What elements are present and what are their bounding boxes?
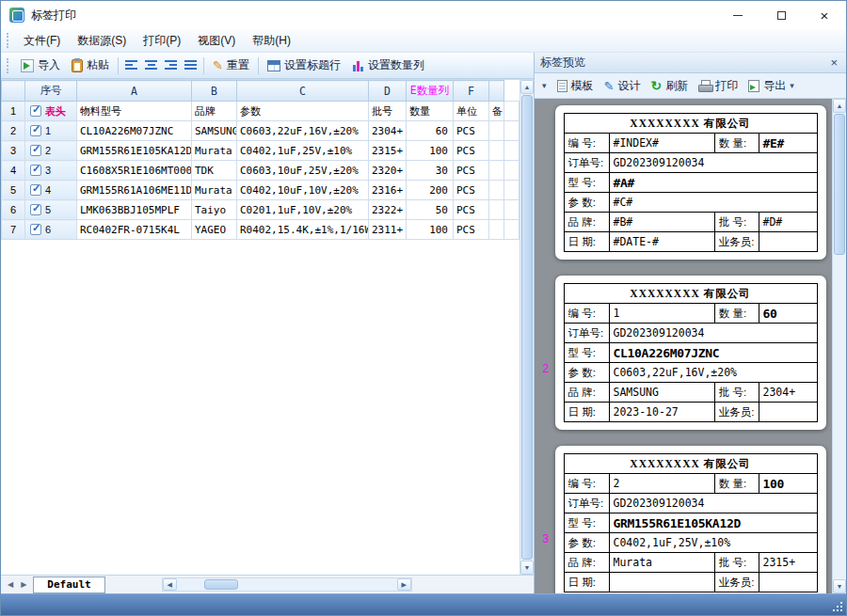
grid-cell[interactable]: 50: [407, 200, 454, 220]
sheet-nav-prev-icon[interactable]: ◀: [5, 578, 16, 591]
refresh-button[interactable]: ↻ 刷新: [646, 75, 693, 97]
grid-cell[interactable]: 数量: [407, 102, 454, 121]
preview-close-icon[interactable]: ×: [827, 56, 840, 69]
row-checkbox-icon[interactable]: [30, 224, 41, 235]
export-button[interactable]: 导出 ▾: [743, 75, 799, 97]
preview-overflow-button[interactable]: ▾: [537, 79, 551, 93]
row-checkbox-icon[interactable]: [30, 204, 41, 215]
resize-grip[interactable]: [832, 601, 843, 612]
label-card[interactable]: XXXXXXXX 有限公司编 号:#INDEX#数 量:#E#订单号:GD202…: [555, 105, 826, 260]
scroll-up-icon[interactable]: ▲: [520, 80, 534, 94]
row-checkbox-icon[interactable]: [30, 145, 41, 156]
grid-cell[interactable]: 物料型号: [77, 102, 192, 121]
row-number[interactable]: 1: [2, 102, 25, 121]
menubar-grip[interactable]: [7, 33, 10, 48]
set-qty-col-button[interactable]: 设置数量列: [346, 55, 430, 76]
grid-cell[interactable]: Murata: [192, 181, 237, 200]
grid-cell[interactable]: RC0402FR-0715K4L: [77, 220, 192, 240]
col-header-f[interactable]: F: [454, 81, 489, 102]
grid-cell[interactable]: PCS: [454, 161, 489, 181]
grid-cell[interactable]: 60: [407, 121, 454, 141]
scroll-down-icon[interactable]: ▼: [520, 561, 534, 575]
row-number[interactable]: 7: [2, 220, 25, 240]
grid-cell[interactable]: C0402,10uF,10V,±20%: [237, 181, 369, 200]
scroll-right-icon[interactable]: ▶: [397, 578, 411, 591]
grid-cell[interactable]: PCS: [454, 181, 489, 200]
grid-cell[interactable]: 2322+: [369, 200, 407, 220]
menu-file[interactable]: 文件(F): [15, 30, 69, 52]
h-scroll-thumb[interactable]: [204, 579, 238, 590]
grid-cell[interactable]: C1608X5R1E106MT000E: [77, 161, 192, 181]
paste-button[interactable]: 粘贴: [66, 55, 115, 76]
row-checkbox-icon[interactable]: [30, 165, 41, 176]
col-header-g[interactable]: [489, 81, 504, 102]
label-card[interactable]: XXXXXXXX 有限公司编 号:2数 量:100订单号:GD202309120…: [555, 446, 826, 593]
col-header-seq[interactable]: 序号: [25, 81, 77, 102]
row-select-cell[interactable]: 4: [25, 181, 77, 200]
preview-scroll-track[interactable]: [834, 114, 845, 578]
row-number[interactable]: 6: [2, 200, 25, 220]
align-justify-button[interactable]: [181, 57, 200, 73]
col-header-e-qty[interactable]: E数量列: [407, 81, 454, 102]
row-select-cell[interactable]: 6: [25, 220, 77, 240]
col-header-c[interactable]: C: [237, 81, 369, 102]
grid-cell[interactable]: [489, 141, 504, 161]
menu-help[interactable]: 帮助(H): [244, 30, 299, 52]
close-button[interactable]: ×: [803, 1, 846, 29]
grid-cell[interactable]: PCS: [454, 200, 489, 220]
menu-view[interactable]: 视图(V): [189, 30, 244, 52]
maximize-button[interactable]: [759, 1, 803, 29]
col-header-d[interactable]: D: [369, 81, 407, 102]
grid-cell[interactable]: C0201,1uF,10V,±20%: [237, 200, 369, 220]
import-button[interactable]: 导入: [15, 55, 66, 76]
grid-cell[interactable]: Murata: [192, 141, 237, 161]
minimize-button[interactable]: [716, 1, 759, 29]
grid-cell[interactable]: TDK: [192, 161, 237, 181]
grid-cell[interactable]: GRM155R61A106ME11D: [77, 181, 192, 200]
grid-cell[interactable]: [489, 181, 504, 200]
row-number[interactable]: 3: [2, 141, 25, 161]
sheet-nav-next-icon[interactable]: ▶: [18, 578, 29, 591]
grid-cell[interactable]: PCS: [454, 220, 489, 240]
grid-cell[interactable]: CL10A226M07JZNC: [77, 121, 192, 141]
grid-cell[interactable]: 2316+: [369, 181, 407, 200]
align-right-button[interactable]: [161, 57, 181, 73]
align-center-button[interactable]: [141, 57, 161, 73]
row-number[interactable]: 5: [2, 181, 25, 200]
h-scroll-track[interactable]: [178, 579, 396, 590]
design-button[interactable]: ✎ 设计: [599, 75, 646, 97]
grid-cell[interactable]: C0603,10uF,25V,±20%: [237, 161, 369, 181]
sheet-tab-default[interactable]: Default: [33, 577, 104, 593]
grid-cell[interactable]: GRM155R61E105KA12D: [77, 141, 192, 161]
grid-cell[interactable]: PCS: [454, 121, 489, 141]
grid-cell[interactable]: PCS: [454, 141, 489, 161]
grid-cell[interactable]: 2304+: [369, 121, 407, 141]
grid-cell[interactable]: C0402,1uF,25V,±10%: [237, 141, 369, 161]
toolbar-grip[interactable]: [7, 58, 10, 73]
label-card[interactable]: XXXXXXXX 有限公司编 号:1数 量:60订单号:GD2023091200…: [555, 276, 826, 430]
row-select-cell[interactable]: 1: [25, 121, 77, 141]
template-button[interactable]: 模板: [552, 75, 599, 97]
grid-cell[interactable]: C0603,22uF,16V,±20%: [237, 121, 369, 141]
grid-cell[interactable]: [489, 200, 504, 220]
grid-cell[interactable]: 参数: [237, 102, 369, 121]
grid-scroll-track[interactable]: [521, 95, 533, 560]
row-select-cell[interactable]: 表头: [25, 102, 77, 121]
grid-cell[interactable]: 单位: [454, 102, 489, 121]
scroll-down-icon[interactable]: ▼: [833, 579, 846, 593]
menu-datasource[interactable]: 数据源(S): [69, 30, 135, 52]
grid-cell[interactable]: 100: [407, 220, 454, 240]
row-checkbox-icon[interactable]: [30, 105, 41, 117]
print-button[interactable]: 打印: [694, 75, 743, 97]
grid-cell[interactable]: YAGEO: [192, 220, 237, 240]
row-checkbox-icon[interactable]: [30, 125, 41, 136]
grid-cell[interactable]: 100: [407, 141, 454, 161]
align-left-button[interactable]: [121, 57, 141, 73]
grid-cell[interactable]: SAMSUNG: [192, 121, 237, 141]
grid-cell[interactable]: [504, 181, 519, 200]
menu-print[interactable]: 打印(P): [135, 30, 189, 52]
row-select-cell[interactable]: 2: [25, 141, 77, 161]
col-header-a[interactable]: A: [77, 81, 192, 102]
grid-cell[interactable]: [504, 161, 519, 181]
grid-cell[interactable]: 批号: [369, 102, 407, 121]
